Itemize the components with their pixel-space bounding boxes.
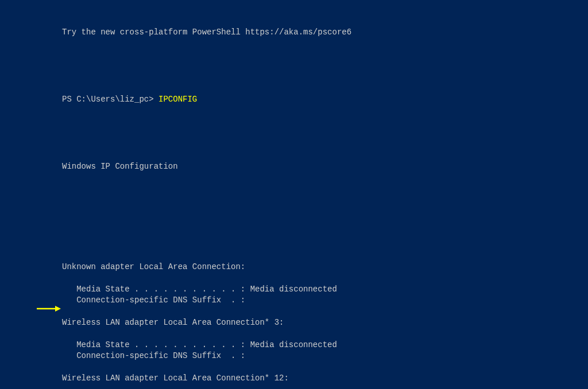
- blank-line: [62, 228, 588, 239]
- prompt-text: PS C:\Users\liz_pc>: [62, 95, 158, 104]
- powershell-terminal[interactable]: Try the new cross-platform PowerShell ht…: [0, 0, 588, 389]
- output-header: Windows IP Configuration: [62, 161, 588, 173]
- blank-line: [62, 329, 588, 340]
- prompt-line-1: PS C:\Users\liz_pc> IPCONFIG: [62, 94, 588, 106]
- section-title: Wireless LAN adapter Local Area Connecti…: [62, 317, 588, 329]
- svg-marker-1: [55, 306, 61, 312]
- blank-line: [62, 273, 588, 284]
- blank-line: [62, 362, 588, 373]
- blank-line: [62, 61, 588, 72]
- blank-line: [62, 195, 588, 206]
- section-title: Unknown adapter Local Area Connection:: [62, 262, 588, 273]
- section-title: Wireless LAN adapter Local Area Connecti…: [62, 373, 588, 384]
- intro-line: Try the new cross-platform PowerShell ht…: [62, 27, 588, 38]
- output-row: Media State . . . . . . . . . . . : Medi…: [62, 340, 588, 351]
- blank-line: [62, 306, 588, 317]
- output-row: Media State . . . . . . . . . . . : Medi…: [62, 284, 588, 295]
- output-row: Connection-specific DNS Suffix . :: [62, 351, 588, 362]
- blank-line: [62, 384, 588, 389]
- output-row: Connection-specific DNS Suffix . :: [62, 295, 588, 306]
- highlight-arrow-icon: [36, 305, 61, 313]
- command-text: IPCONFIG: [158, 95, 197, 104]
- blank-line: [62, 128, 588, 139]
